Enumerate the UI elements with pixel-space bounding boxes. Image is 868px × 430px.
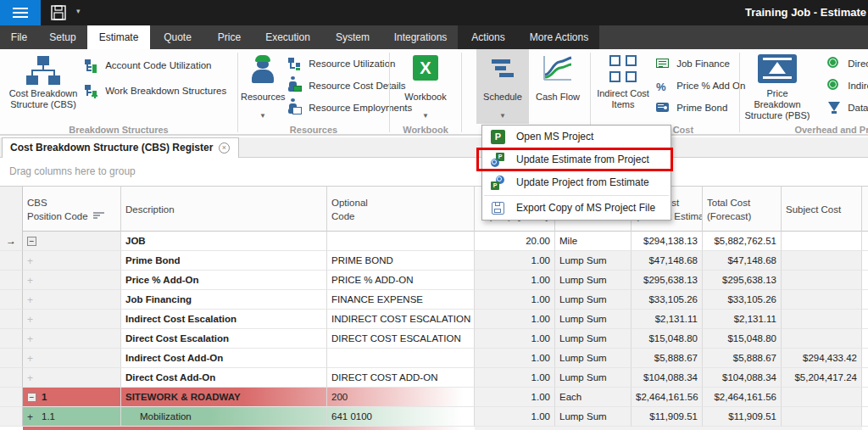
expander-icon[interactable]: + <box>27 349 36 368</box>
cell-code[interactable]: + <box>23 349 121 368</box>
cell-qty[interactable]: 1.00 <box>475 407 555 427</box>
cell-ce[interactable]: $11,909.51 <box>632 407 703 427</box>
menu-item-update-project-from-estimate[interactable]: P Update Project from Estimate <box>482 171 670 194</box>
cell-uom[interactable]: Lump Sum <box>555 368 632 388</box>
cell-subj[interactable] <box>782 329 862 349</box>
expander-icon[interactable]: + <box>27 408 36 427</box>
expander-icon[interactable]: + <box>27 330 36 349</box>
grid-row[interactable]: +Direct Cost Add-OnDIRECT COST ADD-ON1.0… <box>0 368 868 388</box>
cell-qty[interactable]: 1.00 <box>475 271 555 290</box>
cell-opt[interactable]: PRICE % ADD-ON <box>327 271 475 290</box>
tab-execution[interactable]: Execution <box>253 25 322 49</box>
cell-ce[interactable]: $2,131.11 <box>632 310 703 329</box>
quick-access-caret-icon[interactable]: ▾ <box>76 7 81 15</box>
cbs-register-button[interactable]: Cost Breakdown Structure (CBS) <box>3 49 83 124</box>
column-header-optional-code[interactable]: Optional Code <box>327 187 475 232</box>
expander-icon[interactable]: + <box>27 271 36 290</box>
cell-desc[interactable]: Job Financing <box>121 290 327 310</box>
cell-fc[interactable]: $11,909.51 <box>703 407 782 427</box>
cell-fc[interactable]: $2,464,161.56 <box>703 388 782 407</box>
cash-flow-button[interactable]: Cash Flow <box>531 49 585 124</box>
save-button[interactable] <box>49 4 68 21</box>
cell-opt[interactable]: FINANCE EXPENSE <box>327 290 475 310</box>
cell-uom[interactable]: Mile <box>555 232 632 251</box>
cell-opt[interactable] <box>327 349 475 368</box>
expander-icon[interactable]: + <box>27 369 36 388</box>
tab-estimate[interactable]: Estimate <box>87 25 150 49</box>
menu-item-open-ms-project[interactable]: P Open MS Project <box>482 126 670 148</box>
cell-desc[interactable]: Prime Bond <box>121 251 327 271</box>
cell-qty[interactable]: 1.00 <box>475 329 555 349</box>
column-header-description[interactable]: Description <box>121 187 327 232</box>
group-by-panel[interactable]: Drag columns here to group <box>0 158 868 187</box>
tab-quote[interactable]: Quote <box>150 25 205 49</box>
cell-qty[interactable]: 20.00 <box>475 232 555 251</box>
cell-fc[interactable]: $5,882,762.51 <box>703 232 782 251</box>
cell-subj[interactable] <box>782 251 862 271</box>
cell-code[interactable]: − <box>23 232 121 251</box>
grid-row[interactable]: +Prime BondPRIME BOND1.00Lump Sum$47,148… <box>0 251 868 271</box>
cell-fc[interactable]: $5,888.67 <box>703 349 782 368</box>
cell-uom[interactable]: Lump Sum <box>555 271 632 290</box>
account-code-utilization-button[interactable]: Account Code Utilization <box>85 56 212 73</box>
indirect-cost-items-button[interactable]: Indirect Cost Items <box>593 49 653 124</box>
cell-subj[interactable]: $294,433.42 <box>782 349 862 368</box>
cell-ce[interactable]: $33,105.26 <box>632 290 703 310</box>
grid-row[interactable]: −1SITEWORK & ROADWAY2001.00Each$2,464,16… <box>0 388 868 407</box>
cell-code[interactable]: −1 <box>23 388 121 407</box>
cell-ce[interactable]: $47,148.68 <box>632 251 703 271</box>
cell-desc[interactable]: Price % Add-On <box>121 271 327 290</box>
cell-desc[interactable]: SITEWORK & ROADWAY <box>121 388 327 407</box>
cell-code[interactable]: + <box>23 251 121 271</box>
tab-setup[interactable]: Setup <box>38 25 87 49</box>
cell-qty[interactable]: 1.00 <box>475 349 555 368</box>
cell-code[interactable]: +1.1 <box>23 407 121 427</box>
cell-ce[interactable]: $5,888.67 <box>632 349 703 368</box>
cell-subj[interactable] <box>782 232 862 251</box>
cell-code[interactable]: + <box>23 290 121 310</box>
tab-system[interactable]: System <box>322 25 383 49</box>
cell-qty[interactable]: 1.00 <box>475 388 555 407</box>
cell-uom[interactable]: Lump Sum <box>555 290 632 310</box>
cell-uom[interactable]: Lump Sum <box>555 251 632 271</box>
resources-button[interactable]: Resources ▼ <box>241 49 285 124</box>
cell-ce[interactable]: $15,048.80 <box>632 329 703 349</box>
cell-desc[interactable]: Indirect Cost Add-On <box>121 349 327 368</box>
cell-fc[interactable]: $33,105.26 <box>703 290 782 310</box>
price-pct-add-on-button[interactable]: % Price % Add On <box>656 76 745 93</box>
direct-autoprice-button[interactable]: Direct <box>827 54 868 71</box>
resource-cost-details-button[interactable]: Resource Cost Details <box>288 76 406 93</box>
cell-uom[interactable]: Lump Sum <box>555 310 632 329</box>
grid-row[interactable]: +Direct Cost EscalationDIRECT COST ESCAL… <box>0 329 868 349</box>
cell-subj[interactable] <box>782 271 862 290</box>
cell-opt[interactable]: 200 <box>327 388 475 407</box>
cell-opt[interactable]: DIRECT COST ADD-ON <box>327 368 475 388</box>
cell-uom[interactable]: Lump Sum <box>555 329 632 349</box>
menu-item-export-ms-project-file[interactable]: Export Copy of MS Project File <box>482 197 670 220</box>
cell-opt[interactable]: 641 0100 <box>327 407 475 427</box>
cell-fc[interactable]: $2,131.11 <box>703 310 782 329</box>
cell-ce[interactable]: $294,138.13 <box>632 232 703 251</box>
tab-price[interactable]: Price <box>205 25 253 49</box>
tab-file[interactable]: File <box>0 25 38 49</box>
cell-desc[interactable]: Indirect Cost Escalation <box>121 310 327 329</box>
cell-fc[interactable]: $295,638.13 <box>703 271 782 290</box>
tab-more-actions[interactable]: More Actions <box>519 25 599 49</box>
schedule-button[interactable]: Schedule ▼ <box>476 49 529 124</box>
prime-bond-button[interactable]: Prime Bond <box>656 98 727 115</box>
expander-icon[interactable]: + <box>27 291 36 310</box>
cell-uom[interactable]: Each <box>555 388 632 407</box>
expander-icon[interactable]: − <box>27 237 36 246</box>
expander-icon[interactable]: − <box>27 393 36 402</box>
grid-row[interactable]: →−JOB20.00Mile$294,138.13$5,882,762.51 <box>0 232 868 251</box>
cell-qty[interactable]: 1.00 <box>475 310 555 329</box>
cell-fc[interactable]: $15,048.80 <box>703 329 782 349</box>
grid-row[interactable]: +Indirect Cost EscalationINDIRECT COST E… <box>0 310 868 329</box>
grid-row[interactable]: +Job FinancingFINANCE EXPENSE1.00Lump Su… <box>0 290 868 310</box>
cell-fc[interactable]: $47,148.68 <box>703 251 782 271</box>
cell-desc[interactable]: Direct Cost Escalation <box>121 329 327 349</box>
column-header-subject-cost[interactable]: Subject Cost <box>782 187 862 232</box>
data-map-button[interactable]: Data Map <box>827 98 868 115</box>
cell-opt[interactable]: DIRECT COST ESCALATION <box>327 329 475 349</box>
grid-row[interactable]: +Price % Add-OnPRICE % ADD-ON1.00Lump Su… <box>0 271 868 290</box>
